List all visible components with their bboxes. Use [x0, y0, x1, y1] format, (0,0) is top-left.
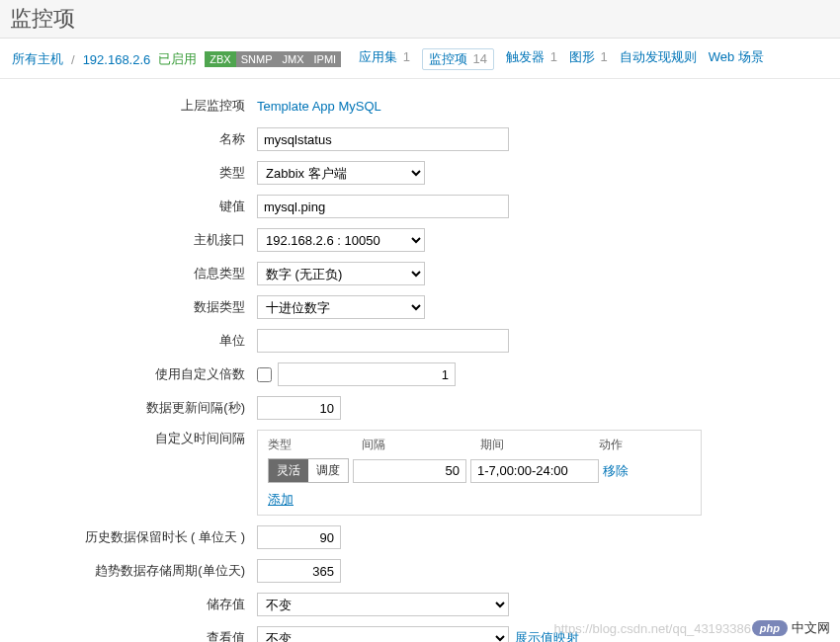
proto-jmx: JMX — [278, 51, 309, 67]
form-content: 上层监控项 Template App MySQL 名称 类型 Zabbix 客户… — [0, 79, 840, 642]
custom-interval-label: 自定义时间间隔 — [20, 430, 257, 447]
interval-period-input[interactable] — [470, 459, 599, 483]
protocol-badges: ZBX SNMP JMX IPMI — [205, 51, 341, 67]
tab-discovery[interactable]: 自动发现规则 — [620, 48, 697, 70]
view-value-label: 查看值 — [20, 629, 257, 642]
data-type-select[interactable]: 十进位数字 — [257, 295, 425, 319]
parent-item-label: 上层监控项 — [20, 97, 257, 115]
breadcrumb-sep: / — [71, 52, 75, 67]
key-label: 键值 — [20, 198, 257, 215]
multiplier-checkbox[interactable] — [257, 367, 272, 382]
enabled-status: 已启用 — [158, 50, 197, 68]
multiplier-input[interactable] — [278, 362, 456, 386]
unit-label: 单位 — [20, 332, 257, 350]
data-type-label: 数据类型 — [20, 298, 257, 316]
name-label: 名称 — [20, 130, 257, 148]
history-label: 历史数据保留时长 ( 单位天 ) — [20, 528, 257, 546]
flexible-button[interactable]: 灵活 — [269, 459, 308, 482]
unit-input[interactable] — [257, 329, 509, 353]
all-hosts-link[interactable]: 所有主机 — [12, 50, 63, 68]
proto-ipmi: IPMI — [309, 51, 342, 67]
type-select[interactable]: Zabbix 客户端 — [257, 161, 425, 185]
update-interval-input[interactable] — [257, 396, 341, 420]
interval-col-period: 期间 — [480, 437, 599, 453]
trend-input[interactable] — [257, 559, 341, 583]
tab-graphs[interactable]: 图形 1 — [569, 48, 608, 70]
interval-col-interval: 间隔 — [362, 437, 480, 453]
breadcrumb: 所有主机 / 192.168.2.6 已启用 ZBX SNMP JMX IPMI… — [0, 39, 840, 79]
multiplier-label: 使用自定义倍数 — [20, 365, 257, 383]
interval-remove-link[interactable]: 移除 — [603, 462, 629, 480]
interval-col-type: 类型 — [268, 437, 362, 453]
info-type-label: 信息类型 — [20, 265, 257, 282]
tab-items[interactable]: 监控项 14 — [422, 48, 494, 70]
php-pill-icon: php — [752, 620, 788, 636]
interval-col-action: 动作 — [599, 437, 648, 453]
history-input[interactable] — [257, 525, 341, 549]
view-value-select[interactable]: 不变 — [257, 626, 509, 642]
parent-item-link[interactable]: Template App MySQL — [257, 99, 381, 114]
host-interface-select[interactable]: 192.168.2.6 : 10050 — [257, 228, 425, 252]
site-logo: php 中文网 — [752, 619, 830, 637]
tab-triggers[interactable]: 触发器 1 — [506, 48, 557, 70]
update-interval-label: 数据更新间隔(秒) — [20, 399, 257, 417]
proto-zbx: ZBX — [205, 51, 235, 67]
host-interface-label: 主机接口 — [20, 231, 257, 249]
info-type-select[interactable]: 数字 (无正负) — [257, 262, 425, 285]
proto-snmp: SNMP — [236, 51, 278, 67]
page-title: 监控项 — [0, 0, 840, 39]
interval-type-toggle[interactable]: 灵活 调度 — [268, 458, 349, 483]
host-ip-link[interactable]: 192.168.2.6 — [83, 52, 151, 67]
interval-value-input[interactable] — [353, 459, 466, 483]
store-value-label: 储存值 — [20, 596, 257, 613]
trend-label: 趋势数据存储周期(单位天) — [20, 562, 257, 580]
interval-box: 类型 间隔 期间 动作 灵活 调度 移除 添加 — [257, 430, 702, 516]
logo-text: 中文网 — [792, 619, 830, 637]
interval-add-link[interactable]: 添加 — [268, 492, 294, 507]
watermark-text: https://blog.csdn.net/qq_43193386 — [554, 621, 752, 636]
tab-applications[interactable]: 应用集 1 — [359, 48, 410, 70]
name-input[interactable] — [257, 127, 509, 151]
key-input[interactable] — [257, 195, 509, 218]
store-value-select[interactable]: 不变 — [257, 593, 509, 616]
scheduling-button[interactable]: 调度 — [308, 459, 348, 482]
type-label: 类型 — [20, 164, 257, 182]
tabs: 应用集 1 监控项 14 触发器 1 图形 1 自动发现规则 Web 场景 — [359, 48, 764, 70]
tab-web[interactable]: Web 场景 — [709, 48, 764, 70]
